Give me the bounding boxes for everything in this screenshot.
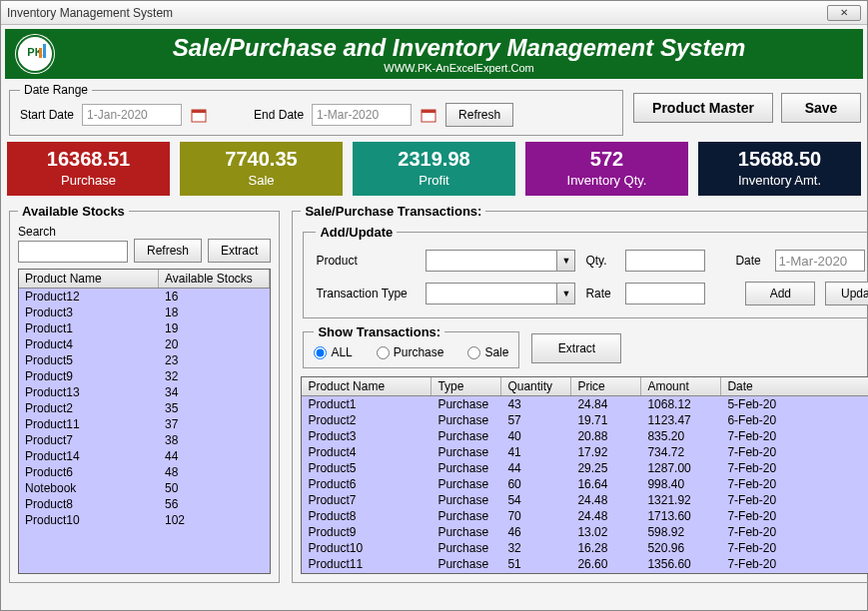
radio-sale[interactable]: Sale — [467, 345, 508, 359]
transactions-legend: Sale/Purchase Transactions: — [301, 204, 485, 219]
radio-purchase[interactable]: Purchase — [377, 345, 444, 359]
table-row[interactable]: Product8Purchase7024.481713.607-Feb-20 — [302, 508, 868, 524]
transactions-panel: Sale/Purchase Transactions: Add/Update P… — [292, 204, 868, 583]
date-range-group: Date Range Start Date End Date Refresh — [9, 83, 623, 136]
add-update-legend: Add/Update — [316, 225, 397, 240]
search-input[interactable] — [18, 241, 128, 263]
table-row[interactable]: Product1Purchase4324.841068.125-Feb-20 — [302, 396, 868, 412]
list-item[interactable]: Product523 — [19, 352, 270, 368]
date-refresh-button[interactable]: Refresh — [445, 103, 513, 127]
window-close-button[interactable]: ✕ — [827, 5, 861, 21]
card-value: 15688.50 — [702, 148, 857, 171]
transactions-list[interactable]: Product Name Type Quantity Price Amount … — [301, 376, 868, 574]
list-item[interactable]: Product1334 — [19, 384, 270, 400]
show-transactions-legend: Show Transactions: — [314, 324, 444, 339]
stocks-list[interactable]: Product Name Available Stocks Product121… — [18, 269, 271, 574]
table-row[interactable]: Product2Purchase5719.711123.476-Feb-20 — [302, 412, 868, 428]
col-amount: Amount — [641, 377, 721, 395]
col-price: Price — [571, 377, 641, 395]
card-value: 572 — [529, 148, 684, 171]
col-name: Product Name — [302, 377, 432, 395]
chevron-down-icon[interactable]: ▼ — [556, 284, 574, 304]
list-item[interactable]: Product738 — [19, 432, 270, 448]
list-item[interactable]: Product119 — [19, 320, 270, 336]
stocks-extract-button[interactable]: Extract — [208, 239, 271, 263]
list-item[interactable]: Product10102 — [19, 512, 270, 528]
rate-input[interactable] — [625, 283, 705, 305]
svg-rect-5 — [192, 110, 206, 113]
card-label: Profit — [357, 173, 511, 188]
end-date-label: End Date — [254, 108, 304, 122]
col-product-name: Product Name — [19, 270, 159, 288]
list-item[interactable]: Product1137 — [19, 416, 270, 432]
available-stocks-panel: Available Stocks Search Refresh Extract … — [9, 204, 280, 583]
product-label: Product — [316, 254, 416, 268]
table-row[interactable]: Product3Purchase4020.88835.207-Feb-20 — [302, 428, 868, 444]
app-logo: PK — [15, 34, 55, 74]
banner: PK Sale/Purchase and Inventory Managemen… — [5, 29, 863, 79]
trans-date-input[interactable] — [775, 250, 865, 272]
trans-extract-button[interactable]: Extract — [531, 333, 621, 363]
card-label: Inventory Amt. — [702, 173, 857, 188]
summary-card: 2319.98Profit — [353, 142, 515, 196]
close-icon: ✕ — [840, 7, 848, 18]
calendar-icon[interactable] — [190, 106, 208, 124]
summary-card: 7740.35Sale — [180, 142, 343, 196]
show-transactions-group: Show Transactions: ALL Purchase Sale — [303, 324, 519, 368]
list-item[interactable]: Product235 — [19, 400, 270, 416]
svg-rect-3 — [43, 44, 46, 58]
list-item[interactable]: Notebook50 — [19, 480, 270, 496]
card-value: 7740.35 — [184, 148, 339, 171]
card-label: Purchase — [11, 173, 166, 188]
col-available-stocks: Available Stocks — [159, 270, 270, 288]
product-combo[interactable] — [426, 250, 575, 272]
app-window: Inventory Management System ✕ PK Sale/Pu… — [0, 0, 868, 611]
stocks-refresh-button[interactable]: Refresh — [134, 239, 202, 263]
save-button[interactable]: Save — [781, 93, 861, 123]
table-row[interactable]: Product5Purchase4429.251287.007-Feb-20 — [302, 460, 868, 476]
list-item[interactable]: Product648 — [19, 464, 270, 480]
list-item[interactable]: Product1216 — [19, 289, 270, 305]
summary-card: 572Inventory Qty. — [525, 142, 688, 196]
col-date: Date — [721, 377, 868, 395]
list-item[interactable]: Product420 — [19, 336, 270, 352]
search-label: Search — [18, 225, 128, 239]
table-row[interactable]: Product11Purchase5126.601356.607-Feb-20 — [302, 556, 868, 572]
card-value: 16368.51 — [11, 148, 166, 171]
table-row[interactable]: Product6Purchase6016.64998.407-Feb-20 — [302, 476, 868, 492]
end-date-input[interactable] — [312, 104, 412, 126]
chevron-down-icon[interactable]: ▼ — [556, 251, 574, 271]
window-title: Inventory Management System — [7, 6, 173, 20]
list-item[interactable]: Product1444 — [19, 448, 270, 464]
col-qty: Quantity — [501, 377, 571, 395]
card-value: 2319.98 — [357, 148, 511, 171]
add-button[interactable]: Add — [745, 282, 815, 306]
table-row[interactable]: Product9Purchase4613.02598.927-Feb-20 — [302, 524, 868, 540]
qty-label: Qty. — [585, 254, 615, 268]
banner-subtitle: WWW.PK-AnExcelExpert.Com — [65, 62, 853, 74]
list-item[interactable]: Product318 — [19, 305, 270, 320]
col-type: Type — [432, 377, 501, 395]
table-row[interactable]: Product12Purchase3415.96542.648-Feb-20 — [302, 572, 868, 573]
table-row[interactable]: Product4Purchase4117.92734.727-Feb-20 — [302, 444, 868, 460]
date-range-legend: Date Range — [20, 83, 92, 97]
start-date-input[interactable] — [82, 104, 182, 126]
available-stocks-legend: Available Stocks — [18, 204, 129, 219]
rate-label: Rate — [585, 287, 615, 301]
calendar-icon[interactable] — [420, 106, 437, 124]
trans-type-label: Transaction Type — [316, 287, 416, 301]
radio-all[interactable]: ALL — [314, 345, 352, 359]
table-row[interactable]: Product7Purchase5424.481321.927-Feb-20 — [302, 492, 868, 508]
list-item[interactable]: Product856 — [19, 496, 270, 512]
table-row[interactable]: Product10Purchase3216.28520.967-Feb-20 — [302, 540, 868, 556]
product-master-button[interactable]: Product Master — [633, 93, 773, 123]
update-button[interactable]: Update — [825, 282, 868, 306]
svg-rect-7 — [422, 110, 435, 113]
card-label: Inventory Qty. — [529, 173, 684, 188]
date-label: Date — [735, 254, 765, 268]
qty-input[interactable] — [625, 250, 705, 272]
trans-type-combo[interactable] — [426, 283, 575, 305]
list-item[interactable]: Product932 — [19, 368, 270, 384]
svg-rect-2 — [39, 48, 42, 58]
start-date-label: Start Date — [20, 108, 74, 122]
